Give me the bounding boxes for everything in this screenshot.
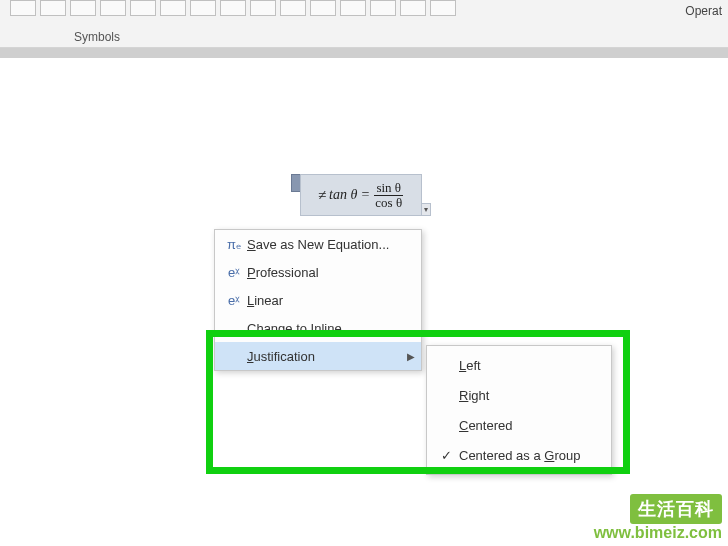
ribbon-small-button[interactable] <box>100 0 126 16</box>
submenu-arrow-icon: ▶ <box>407 351 415 362</box>
equation-context-menu: πₑ Save as New Equation... eᵡ Profession… <box>214 229 422 371</box>
ribbon-group-label-operator: Operat <box>685 4 722 18</box>
check-icon: ✓ <box>433 448 459 463</box>
ribbon-small-button[interactable] <box>160 0 186 16</box>
submenu-item-left[interactable]: Left <box>427 350 611 380</box>
ribbon-small-button[interactable] <box>10 0 36 16</box>
equation-format-icon: eᵡ <box>221 265 247 280</box>
equation-equals: = <box>357 187 373 203</box>
equation-object[interactable]: ≠ tan θ = sin θ cos θ <box>300 174 422 216</box>
menu-item-label: Linear <box>247 293 415 308</box>
submenu-item-centered[interactable]: Centered <box>427 410 611 440</box>
submenu-item-label: Centered <box>459 418 512 433</box>
ribbon-small-button[interactable] <box>220 0 246 16</box>
watermark: 生活百科 www.bimeiz.com <box>594 494 722 542</box>
ribbon-small-button[interactable] <box>430 0 456 16</box>
ribbon-small-button[interactable] <box>130 0 156 16</box>
ribbon-small-button[interactable] <box>40 0 66 16</box>
ribbon-small-button[interactable] <box>340 0 366 16</box>
equation-neq-symbol: ≠ <box>318 187 329 204</box>
ribbon-small-button[interactable] <box>280 0 306 16</box>
menu-item-label: Save as New Equation... <box>247 237 415 252</box>
submenu-item-centered-as-group[interactable]: ✓ Centered as a Group <box>427 440 611 470</box>
equation-pi-icon: πₑ <box>221 237 247 252</box>
menu-item-label: Change to Inline <box>247 321 415 336</box>
menu-item-label: Professional <box>247 265 415 280</box>
ribbon-small-button[interactable] <box>190 0 216 16</box>
equation-options-dropdown[interactable]: ▾ <box>421 203 431 216</box>
menu-item-linear[interactable]: eᵡ Linear <box>215 286 421 314</box>
ribbon-small-button[interactable] <box>370 0 396 16</box>
menu-item-justification[interactable]: Justification ▶ <box>215 342 421 370</box>
ribbon-small-button[interactable] <box>250 0 276 16</box>
ribbon-small-button[interactable] <box>310 0 336 16</box>
ribbon-small-button[interactable] <box>400 0 426 16</box>
submenu-item-right[interactable]: Right <box>427 380 611 410</box>
ribbon-small-button[interactable] <box>70 0 96 16</box>
menu-item-change-to-inline[interactable]: Change to Inline <box>215 314 421 342</box>
submenu-item-label: Right <box>459 388 489 403</box>
menu-item-save-as-new-equation[interactable]: πₑ Save as New Equation... <box>215 230 421 258</box>
submenu-item-label: Centered as a Group <box>459 448 580 463</box>
menu-item-professional[interactable]: eᵡ Professional <box>215 258 421 286</box>
equation-numerator: sin θ <box>374 181 403 196</box>
equation-denominator: cos θ <box>373 196 404 210</box>
ribbon: Symbols Operat <box>0 0 728 48</box>
ribbon-small-buttons <box>10 0 456 16</box>
ribbon-group-label-symbols: Symbols <box>74 30 120 44</box>
equation-lhs: tan θ <box>329 187 357 203</box>
watermark-url: www.bimeiz.com <box>594 524 722 542</box>
equation-format-icon: eᵡ <box>221 293 247 308</box>
submenu-item-label: Left <box>459 358 481 373</box>
watermark-title: 生活百科 <box>630 494 722 524</box>
menu-item-label: Justification <box>247 349 407 364</box>
justification-submenu: Left Right Centered ✓ Centered as a Grou… <box>426 345 612 475</box>
equation-fraction: sin θ cos θ <box>373 181 404 210</box>
